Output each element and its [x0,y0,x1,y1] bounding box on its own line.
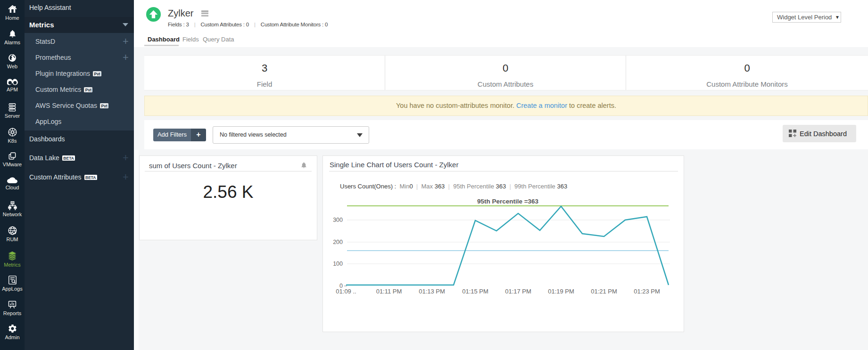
svg-text:95th Percentile =363: 95th Percentile =363 [477,198,539,205]
svg-text:300: 300 [333,217,343,223]
svg-text:200: 200 [333,239,343,245]
svg-text:01:09 ..: 01:09 .. [336,288,356,295]
svg-text:01:11 PM: 01:11 PM [376,288,402,295]
svg-text:01:23 PM: 01:23 PM [634,288,660,295]
svg-text:01:21 PM: 01:21 PM [591,288,617,295]
svg-text:01:13 PM: 01:13 PM [419,288,445,295]
svg-text:01:19 PM: 01:19 PM [548,288,574,295]
svg-text:01:17 PM: 01:17 PM [505,288,531,295]
svg-text:01:15 PM: 01:15 PM [462,288,488,295]
svg-text:100: 100 [333,260,343,267]
